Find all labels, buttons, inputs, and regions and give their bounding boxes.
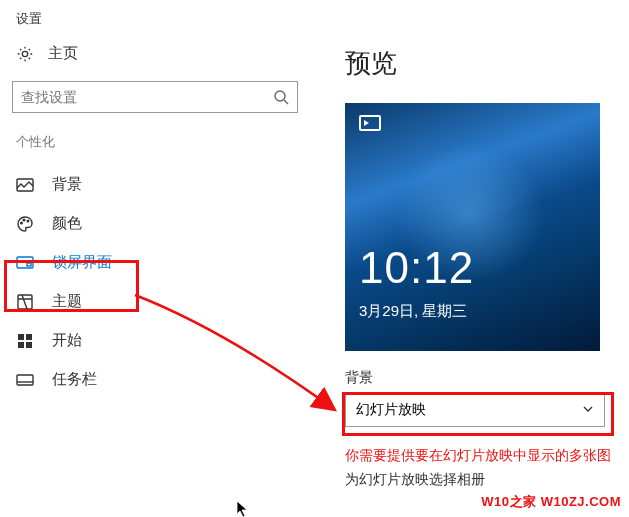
sidebar-item-taskbar[interactable]: 任务栏 [0,360,310,399]
svg-point-6 [27,220,29,222]
svg-point-1 [275,91,285,101]
lockscreen-preview: 10:12 3月29日, 星期三 [345,103,600,351]
svg-rect-8 [27,263,31,266]
background-label: 背景 [345,369,621,387]
album-text: 为幻灯片放映选择相册 [345,471,621,489]
svg-line-2 [284,100,288,104]
window-title: 设置 [0,0,629,34]
main-content: 预览 10:12 3月29日, 星期三 背景 幻灯片放映 你需要提供要在幻灯片放… [345,46,621,489]
search-input[interactable] [12,81,298,113]
home-button[interactable]: 主页 [0,36,310,81]
sidebar-item-label: 任务栏 [52,370,97,389]
sidebar: 主页 个性化 背景 颜色 锁屏界面 主题 开始 [0,36,310,399]
svg-rect-10 [18,334,24,340]
picture-icon [16,176,34,194]
background-dropdown[interactable]: 幻灯片放映 [345,393,605,427]
theme-icon [16,293,34,311]
sidebar-item-background[interactable]: 背景 [0,165,310,204]
monitor-icon [359,115,381,131]
gear-icon [16,45,34,63]
sidebar-item-label: 主题 [52,292,82,311]
sidebar-item-label: 开始 [52,331,82,350]
lockscreen-icon [16,254,34,272]
dropdown-value: 幻灯片放映 [356,401,426,419]
sidebar-item-label: 锁屏界面 [52,253,112,272]
sidebar-item-start[interactable]: 开始 [0,321,310,360]
warning-text: 你需要提供要在幻灯片放映中显示的多张图 [345,447,621,465]
svg-point-4 [21,222,23,224]
svg-point-5 [23,219,25,221]
svg-rect-14 [17,375,33,385]
palette-icon [16,215,34,233]
search-icon [273,89,289,105]
preview-clock: 10:12 [359,243,474,293]
chevron-down-icon [582,402,594,418]
start-icon [16,332,34,350]
home-label: 主页 [48,44,78,63]
sidebar-item-label: 颜色 [52,214,82,233]
preview-date: 3月29日, 星期三 [359,302,467,321]
svg-rect-11 [26,334,32,340]
watermark: W10之家 W10ZJ.COM [481,493,621,511]
sidebar-item-themes[interactable]: 主题 [0,282,310,321]
search-field[interactable] [21,89,273,105]
sidebar-item-lockscreen[interactable]: 锁屏界面 [0,243,310,282]
svg-point-0 [22,51,27,56]
svg-rect-13 [26,342,32,348]
svg-rect-12 [18,342,24,348]
sidebar-item-label: 背景 [52,175,82,194]
mouse-cursor [236,500,250,517]
preview-heading: 预览 [345,46,621,81]
section-label: 个性化 [0,127,310,165]
taskbar-icon [16,371,34,389]
sidebar-item-colors[interactable]: 颜色 [0,204,310,243]
